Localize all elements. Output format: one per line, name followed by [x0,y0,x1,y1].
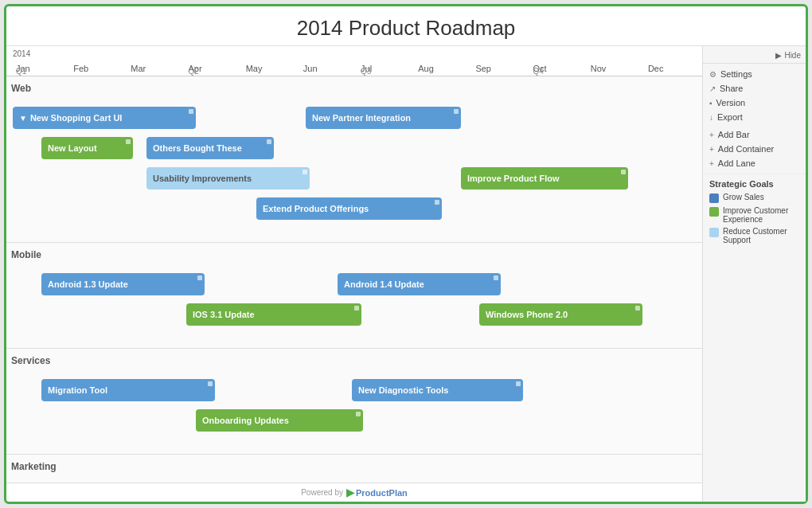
sidebar-item-share[interactable]: ↗Share [709,81,799,96]
bar-resize-handle[interactable] [267,139,271,144]
month-cell-nov: Nov [588,64,645,73]
bars-area-web: ▼New Shopping Cart UINew Partner Integra… [11,99,697,234]
bar-resize-handle[interactable] [621,170,626,174]
month-cell-dec: Dec [645,64,702,73]
bars-area-services: Migration ToolNew Diagnostic ToolsOnboar… [11,371,697,446]
hide-label: Hide [784,51,801,60]
bar-mobile-1[interactable]: Android 1.4 Update [338,273,501,295]
bar-resize-handle[interactable] [303,170,307,174]
month-cell-apr: Q2Apr [185,64,243,73]
lane-title-services: Services [11,355,697,366]
bar-web-1[interactable]: New Partner Integration [306,107,461,129]
month-cell-feb: Feb [70,64,127,73]
bar-mobile-2[interactable]: IOS 3.1 Update [186,303,361,326]
sidebar-icon-2: ▪ [709,99,712,107]
lane-title-web: Web [11,83,697,94]
powered-by-text: Powered by [301,488,343,497]
bar-web-0[interactable]: ▼New Shopping Cart UI [13,107,196,129]
sidebar-icon-3: ↓ [709,113,713,122]
sidebar-item-settings[interactable]: ⚙Settings [709,67,799,81]
lane-services: ServicesMigration ToolNew Diagnostic Too… [6,349,702,455]
lane-title-mobile: Mobile [11,249,697,260]
sidebar-top: ▶ Hide [703,49,806,64]
strategic-goals-list: Grow SalesImprove Customer ExperienceRed… [709,193,799,244]
sidebar: ▶ Hide ⚙Settings↗Share▪Version↓Export+Ad… [702,46,806,502]
sidebar-item-version[interactable]: ▪Version [709,96,799,110]
sidebar-menu: ⚙Settings↗Share▪Version↓Export+Add Bar+A… [703,64,806,174]
bar-resize-handle[interactable] [126,139,131,144]
bar-resize-handle[interactable] [435,200,439,205]
sidebar-item-add-container[interactable]: +Add Container [709,142,799,156]
goal-color-1 [709,207,719,217]
bar-web-5[interactable]: Improve Product Flow [461,167,628,190]
productplan-icon: ▶ [346,487,354,498]
bar-web-2[interactable]: New Layout [41,137,133,159]
sidebar-label-2: Version [716,98,746,107]
bar-resize-handle[interactable] [516,381,521,386]
bar-mobile-0[interactable]: Android 1.3 Update [41,273,205,295]
footer: Powered by ▶ ProductPlan [6,483,702,502]
bar-services-0[interactable]: Migration Tool [41,379,215,401]
bars-area-mobile: Android 1.3 UpdateAndroid 1.4 UpdateIOS … [11,265,697,340]
month-cell-sep: Sep [472,64,529,73]
sidebar-label-1: Share [720,84,743,93]
bar-web-3[interactable]: Others Bought These [146,137,274,159]
month-cell-jun: Jun [300,64,357,73]
bar-resize-handle[interactable] [189,109,193,114]
lanes-container: Web▼New Shopping Cart UINew Partner Inte… [6,76,702,483]
bars-area-marketing: Marketo IntegrationWebsite UpdatesPartne… [11,477,697,483]
brand-name: ProductPlan [356,488,408,498]
strategic-goal-2: Reduce Customer Support [709,227,799,244]
lane-title-marketing: Marketing [11,461,697,472]
hide-button[interactable]: ▶ Hide [775,51,801,60]
bar-web-4[interactable]: Usability Improvements [146,167,310,190]
bar-web-6[interactable]: Extend Product Offerings [256,197,442,220]
sidebar-label-5: Add Container [718,144,774,154]
lane-marketing: MarketingMarketo IntegrationWebsite Upda… [6,455,702,483]
month-cell-jul: Q3Jul [357,64,415,73]
strategic-goals-title: Strategic Goals [709,179,799,189]
sidebar-label-4: Add Bar [718,130,750,139]
month-cell-mar: Mar [127,64,185,73]
bar-resize-handle[interactable] [354,306,359,311]
month-cell-may: May [243,64,300,73]
sidebar-icon-0: ⚙ [709,70,716,79]
page-title: 2014 Product Roadmap [6,6,806,46]
bar-services-2[interactable]: Onboarding Updates [196,409,363,432]
bar-services-1[interactable]: New Diagnostic Tools [352,379,523,401]
sidebar-icon-5: + [709,145,714,154]
strategic-goal-1: Improve Customer Experience [709,206,799,224]
bar-resize-handle[interactable] [208,381,213,386]
bar-resize-handle[interactable] [454,109,459,114]
sidebar-label-6: Add Lane [718,158,755,168]
bar-resize-handle[interactable] [356,412,361,416]
sidebar-label-3: Export [717,112,743,122]
strategic-goal-0: Grow Sales [709,193,799,203]
sidebar-item-add-lane[interactable]: +Add Lane [709,156,799,170]
sidebar-label-0: Settings [720,69,752,79]
lane-mobile: MobileAndroid 1.3 UpdateAndroid 1.4 Upda… [6,243,702,349]
goal-label-1: Improve Customer Experience [723,206,799,224]
month-cell-jan: Q1Jan [13,64,70,73]
bar-mobile-3[interactable]: Windows Phone 2.0 [479,303,642,326]
bar-resize-handle[interactable] [197,275,202,280]
month-header: 2014 Q1JanFebMarQ2AprMayJunQ3JulAugSepQ4… [6,46,702,76]
sidebar-item-add-bar[interactable]: +Add Bar [709,127,799,142]
goal-color-2 [709,228,719,237]
strategic-goals-section: Strategic Goals Grow SalesImprove Custom… [703,174,806,252]
sidebar-icon-6: + [709,159,714,168]
sidebar-item-export[interactable]: ↓Export [709,110,799,124]
bar-resize-handle[interactable] [494,275,498,280]
goal-color-0 [709,193,719,203]
bar-resize-handle[interactable] [635,306,640,311]
lane-web: Web▼New Shopping Cart UINew Partner Inte… [6,76,702,243]
month-cell-aug: Aug [415,64,472,73]
month-cell-oct: Q4Oct [530,64,588,73]
sidebar-icon-1: ↗ [709,84,716,93]
triangle-icon: ▶ [775,51,782,60]
goal-label-0: Grow Sales [723,193,764,201]
sidebar-icon-4: + [709,131,714,139]
goal-label-2: Reduce Customer Support [723,227,799,244]
year-label: 2014 [13,49,30,58]
